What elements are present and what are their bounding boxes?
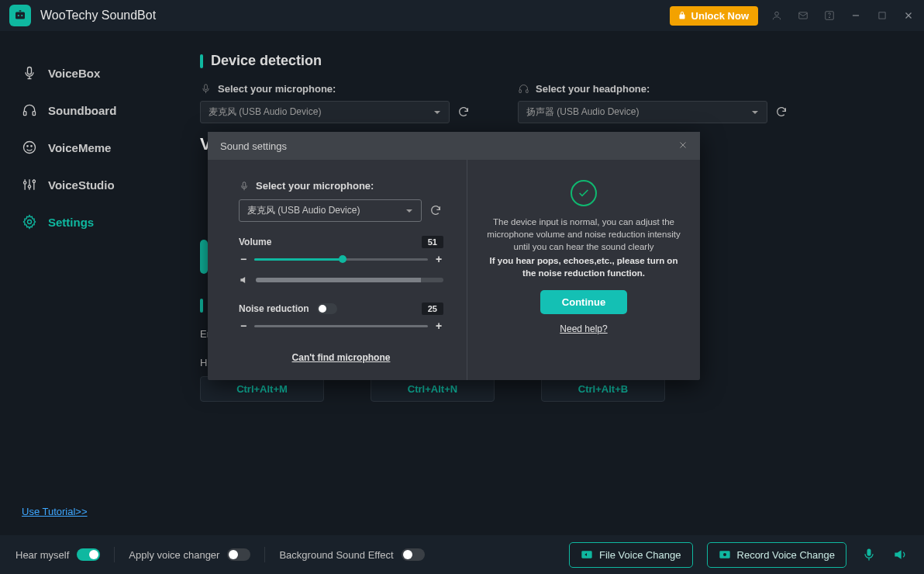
modal-status-text: The device input is normal, you can adju…	[486, 216, 681, 253]
svg-rect-38	[243, 182, 246, 186]
nr-slider[interactable]	[254, 325, 428, 327]
volume-minus[interactable]: −	[239, 253, 248, 265]
apply-vc-toggle[interactable]	[227, 548, 250, 561]
svg-point-18	[27, 146, 28, 147]
svg-rect-5	[799, 12, 808, 19]
sidebar-item-voicebox[interactable]: VoiceBox	[0, 54, 169, 92]
headphone-label: Select your headphone:	[518, 83, 789, 95]
minimize-icon[interactable]	[850, 9, 862, 22]
microphone-icon	[200, 83, 212, 95]
noise-reduction-label: Noise reduction	[239, 303, 309, 314]
use-tutorial-link[interactable]: Use Tutorial>>	[22, 506, 88, 517]
modal-mic-value: 麦克风 (USB Audio Device)	[247, 204, 360, 217]
smiley-icon	[22, 140, 37, 155]
lock-icon	[677, 11, 687, 20]
mic-select-value: 麦克风 (USB Audio Device)	[209, 105, 321, 119]
svg-rect-12	[28, 67, 32, 74]
volume-meter	[256, 278, 443, 282]
headphones-icon	[518, 83, 529, 95]
chevron-down-icon	[751, 109, 759, 116]
svg-point-1	[18, 15, 19, 16]
svg-point-2	[21, 15, 22, 16]
maximize-icon[interactable]	[876, 9, 888, 22]
sidebar: VoiceBox Soundboard VoiceMeme VoiceStudi…	[0, 31, 169, 535]
svg-point-7	[829, 17, 830, 18]
app-title: WooTechy SoundBot	[40, 9, 156, 22]
mic-select[interactable]: 麦克风 (USB Audio Device)	[200, 101, 450, 123]
file-voice-change-button[interactable]: File Voice Change	[569, 542, 693, 568]
headphone-select-value: 扬声器 (USB Audio Device)	[526, 105, 639, 119]
svg-rect-15	[24, 112, 26, 116]
microphone-icon	[239, 181, 250, 192]
svg-point-19	[31, 146, 32, 147]
sidebar-item-soundboard[interactable]: Soundboard	[0, 92, 169, 129]
bottom-bar: Hear myself Apply voice changer Backgrou…	[0, 535, 924, 574]
file-icon	[581, 549, 593, 560]
chevron-down-icon	[433, 109, 441, 116]
refresh-icon[interactable]	[775, 105, 789, 119]
modal-mic-label: Select your microphone:	[239, 180, 443, 192]
svg-point-24	[28, 185, 30, 188]
mail-icon[interactable]	[797, 9, 809, 22]
noise-reduction-toggle[interactable]	[317, 303, 337, 314]
noise-reduction-value: 25	[422, 303, 443, 315]
svg-point-25	[33, 180, 35, 182]
speaker-icon	[239, 275, 250, 285]
speaker-status-icon[interactable]	[891, 546, 908, 563]
mic-label: Select your microphone:	[200, 83, 471, 95]
sound-settings-modal: Sound settings Select your microphone: 麦…	[208, 132, 700, 380]
svg-rect-16	[33, 112, 35, 116]
gear-icon	[22, 214, 37, 230]
svg-point-33	[723, 553, 726, 556]
apply-vc-label: Apply voice changer	[129, 549, 219, 561]
cant-find-mic-link[interactable]: Can't find microphone	[239, 352, 443, 363]
sidebar-item-label: VoiceBox	[48, 67, 100, 80]
mic-status-icon[interactable]	[860, 546, 877, 563]
volume-slider[interactable]	[254, 258, 428, 261]
modal-status-text-bold: If you hear pops, echoes,etc., please tu…	[486, 254, 681, 279]
chevron-down-icon	[405, 207, 413, 215]
svg-rect-0	[16, 12, 25, 19]
svg-point-17	[24, 142, 36, 154]
bg-effect-label: Background Sound Effect	[279, 549, 393, 561]
svg-rect-3	[19, 10, 22, 12]
volume-plus[interactable]: +	[434, 253, 443, 265]
hear-myself-label: Hear myself	[16, 549, 69, 561]
headphones-icon	[22, 102, 37, 118]
sidebar-item-voicestudio[interactable]: VoiceStudio	[0, 166, 169, 203]
svg-point-26	[28, 220, 32, 224]
svg-rect-9	[879, 12, 885, 19]
need-help-link[interactable]: Need help?	[560, 323, 607, 334]
unlock-label: Unlock Now	[691, 10, 749, 22]
svg-rect-29	[519, 90, 522, 93]
refresh-icon[interactable]	[457, 105, 471, 119]
record-icon	[719, 549, 731, 560]
help-icon[interactable]	[823, 9, 836, 22]
modal-title: Sound settings	[220, 140, 287, 152]
microphone-icon	[22, 65, 37, 81]
headphone-select[interactable]: 扬声器 (USB Audio Device)	[518, 101, 767, 123]
close-icon[interactable]	[902, 9, 915, 22]
svg-point-4	[775, 12, 779, 16]
sliders-icon	[22, 177, 37, 192]
modal-header: Sound settings	[208, 132, 700, 160]
partial-button	[200, 240, 208, 274]
modal-mic-select[interactable]: 麦克风 (USB Audio Device)	[239, 199, 422, 222]
sidebar-item-label: Settings	[48, 216, 94, 229]
hear-myself-toggle[interactable]	[77, 548, 100, 561]
continue-button[interactable]: Continue	[540, 290, 627, 314]
unlock-button[interactable]: Unlock Now	[670, 6, 758, 26]
sidebar-item-voicememe[interactable]: VoiceMeme	[0, 129, 169, 166]
sidebar-item-settings[interactable]: Settings	[0, 203, 169, 240]
bg-effect-toggle[interactable]	[402, 548, 425, 561]
volume-label: Volume	[239, 237, 271, 247]
svg-point-23	[24, 182, 26, 184]
nr-plus[interactable]: +	[434, 320, 443, 332]
check-circle-icon	[571, 180, 597, 206]
sidebar-item-label: VoiceMeme	[48, 141, 111, 154]
nr-minus[interactable]: −	[239, 320, 248, 332]
record-voice-change-button[interactable]: Record Voice Change	[707, 542, 846, 568]
modal-close-icon[interactable]	[678, 140, 688, 152]
account-icon[interactable]	[771, 9, 783, 22]
refresh-icon[interactable]	[429, 204, 443, 218]
